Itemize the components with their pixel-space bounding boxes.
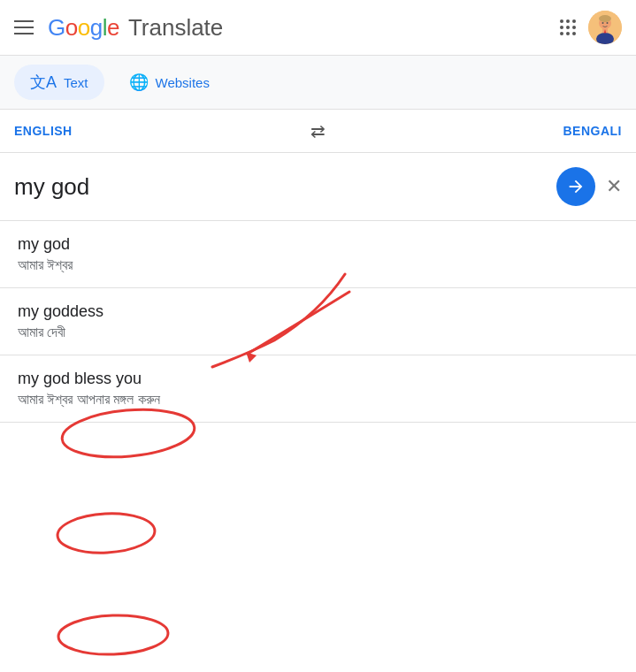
websites-tab-label: Websites <box>156 75 210 90</box>
clear-icon: ✕ <box>606 175 622 198</box>
svg-point-5 <box>599 15 611 22</box>
target-language-button[interactable]: BENGALI <box>563 124 622 138</box>
translate-label: Translate <box>128 14 223 42</box>
text-tab[interactable]: 文A Text <box>14 65 104 100</box>
clear-button[interactable]: ✕ <box>606 175 622 198</box>
swap-languages-button[interactable]: ⇄ <box>310 120 326 141</box>
text-tab-label: Text <box>64 75 88 90</box>
header-right <box>560 11 622 44</box>
arrow-right-icon <box>566 177 586 196</box>
source-text-input[interactable] <box>14 173 556 201</box>
logo-text: Google <box>48 14 119 42</box>
suggestion-2-bengali: আমার দেবী <box>18 325 618 340</box>
translate-icon: 文A <box>30 72 57 93</box>
suggestions-list: my god আমার ঈশ্বর my goddess আমার দেবী m… <box>0 221 636 423</box>
globe-icon: 🌐 <box>129 73 149 92</box>
svg-point-11 <box>57 614 168 656</box>
apps-grid-icon[interactable] <box>560 19 576 35</box>
header: Google Translate <box>0 0 636 56</box>
google-translate-logo: Google Translate <box>48 14 223 42</box>
svg-point-6 <box>602 22 604 24</box>
suggestion-1-bengali: আমার ঈশ্বর <box>18 257 618 273</box>
language-selector: ENGLISH ⇄ BENGALI <box>0 110 636 153</box>
swap-icon: ⇄ <box>310 120 326 141</box>
avatar[interactable] <box>588 11 622 44</box>
svg-point-10 <box>57 511 156 555</box>
websites-tab[interactable]: 🌐 Websites <box>113 65 226 99</box>
suggestion-1-english: my god <box>18 235 618 254</box>
mode-tabs: 文A Text 🌐 Websites <box>0 56 636 110</box>
suggestion-item-1[interactable]: my god আমার ঈশ্বর <box>0 221 636 288</box>
input-actions: ✕ <box>556 167 622 206</box>
suggestion-3-bengali: আমার ঈশ্বর আপনার মঙ্গল করুন <box>18 392 618 408</box>
svg-point-7 <box>607 22 609 24</box>
suggestion-item-3[interactable]: my god bless you আমার ঈশ্বর আপনার মঙ্গল … <box>0 355 636 423</box>
translate-button[interactable] <box>556 167 595 206</box>
hamburger-menu-icon[interactable] <box>14 20 34 34</box>
input-area: ✕ <box>0 153 636 221</box>
suggestion-3-english: my god bless you <box>18 370 618 388</box>
suggestion-item-2[interactable]: my goddess আমার দেবী <box>0 288 636 355</box>
source-language-button[interactable]: ENGLISH <box>14 124 73 138</box>
header-left: Google Translate <box>14 14 223 42</box>
suggestion-2-english: my goddess <box>18 302 618 321</box>
